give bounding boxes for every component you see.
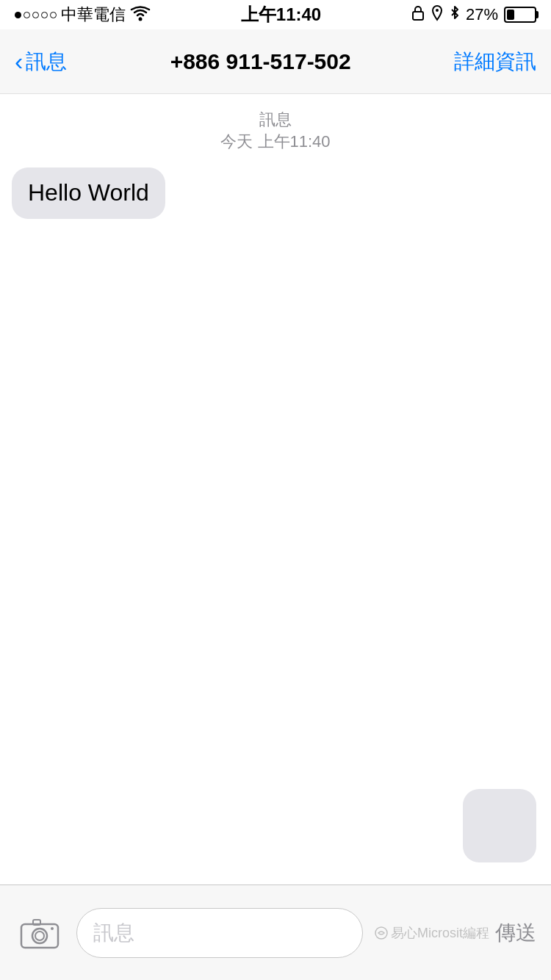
signal-dot-4	[41, 12, 48, 18]
battery-percentage: 27%	[466, 5, 498, 24]
signal-icon	[15, 12, 57, 18]
status-left: 中華電信	[15, 4, 151, 26]
location-icon	[431, 5, 444, 25]
svg-point-0	[139, 17, 143, 21]
bluetooth-icon	[450, 5, 460, 25]
incoming-bubble: Hello World	[12, 167, 165, 219]
message-input-placeholder: 訊息	[93, 919, 134, 947]
svg-point-2	[436, 9, 439, 12]
message-text: Hello World	[28, 179, 149, 206]
bottom-toolbar: 訊息 易心Microsit編程 傳送	[0, 884, 551, 980]
svg-point-7	[51, 927, 54, 930]
svg-rect-1	[413, 12, 423, 20]
message-timestamp-header: 訊息 今天 上午11:40	[12, 109, 539, 153]
signal-dot-3	[32, 12, 39, 18]
message-row: Hello World	[12, 167, 539, 219]
status-bar: 中華電信 上午11:40	[0, 0, 551, 29]
svg-point-5	[35, 932, 44, 940]
camera-button[interactable]	[15, 908, 65, 958]
signal-dot-5	[50, 12, 57, 18]
nav-title: +886 911-517-502	[170, 49, 351, 74]
back-chevron-icon: ‹	[15, 48, 23, 73]
detail-button[interactable]: 詳細資訊	[454, 48, 536, 76]
signal-dot-1	[15, 12, 21, 18]
message-list: 訊息 今天 上午11:40 Hello World	[0, 94, 551, 884]
signal-dot-2	[24, 12, 30, 18]
status-time: 上午11:40	[241, 3, 321, 26]
watermark-text: 易心Microsit編程	[375, 924, 489, 942]
camera-icon	[20, 917, 60, 949]
message-input[interactable]: 訊息	[76, 908, 363, 958]
nav-bar: ‹ 訊息 +886 911-517-502 詳細資訊	[0, 29, 551, 94]
battery-icon	[504, 7, 536, 23]
back-button[interactable]: ‹ 訊息	[15, 48, 67, 76]
wifi-icon	[130, 5, 151, 25]
message-time: 今天 上午11:40	[12, 131, 539, 153]
carrier-label: 中華電信	[61, 4, 126, 26]
svg-point-8	[375, 927, 387, 939]
status-right: 27%	[411, 5, 536, 25]
message-label: 訊息	[12, 109, 539, 131]
send-button[interactable]: 傳送	[495, 919, 536, 947]
floating-button[interactable]	[463, 789, 536, 862]
lock-icon	[411, 5, 425, 25]
watermark-icon	[375, 926, 388, 940]
back-label: 訊息	[26, 48, 67, 76]
